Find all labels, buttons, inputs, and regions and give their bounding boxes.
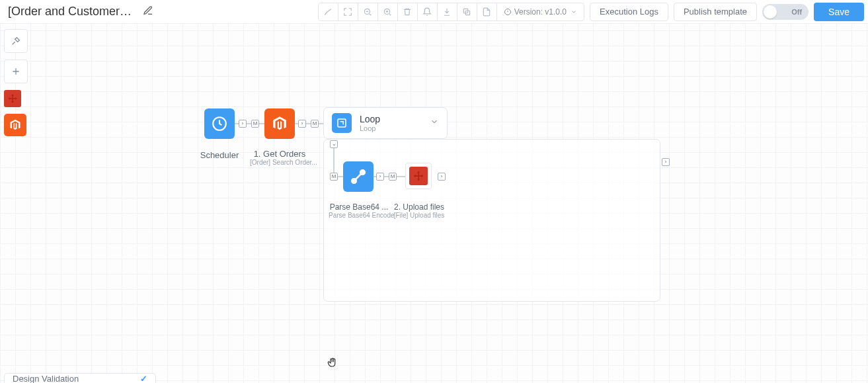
- execution-logs-button[interactable]: Execution Logs: [590, 3, 668, 21]
- node-loop-header[interactable]: Loop Loop: [323, 107, 448, 139]
- upload-icon-wrap: [405, 163, 432, 189]
- loop-body[interactable]: [323, 139, 660, 302]
- transform-icon: [343, 161, 374, 192]
- version-dropdown[interactable]: Version: v1.0.0: [497, 3, 584, 21]
- node-get-orders-sub: [Order] Search Order...: [250, 159, 309, 166]
- loop-title: Loop: [360, 114, 422, 124]
- port-out[interactable]: ›: [438, 173, 446, 181]
- toggle-knob: [764, 5, 777, 19]
- delete-icon[interactable]: [398, 3, 418, 21]
- design-validation-tab[interactable]: Design Validation ✓: [4, 373, 156, 383]
- node-upload-sub: [File] Upload files: [390, 212, 448, 219]
- node-scheduler-label: Scheduler: [191, 150, 248, 160]
- toggle-label: Off: [791, 8, 802, 16]
- svg-rect-6: [338, 119, 346, 127]
- zoom-in-icon[interactable]: [378, 3, 398, 21]
- sidebar: [4, 29, 28, 136]
- connector-palette-red[interactable]: [4, 90, 21, 107]
- save-button[interactable]: Save: [814, 3, 864, 21]
- copy-icon[interactable]: [457, 3, 477, 21]
- port-map[interactable]: M: [311, 120, 319, 128]
- bell-icon[interactable]: [418, 3, 438, 21]
- clock-icon: [204, 108, 235, 139]
- enable-toggle[interactable]: Off: [762, 4, 809, 20]
- port-loop-down[interactable]: ⌄: [330, 140, 338, 148]
- publish-template-button[interactable]: Publish template: [674, 3, 757, 21]
- export-icon[interactable]: [477, 3, 497, 21]
- edit-title-icon[interactable]: [143, 5, 153, 19]
- topbar: [Order and Customer] ... Version: v1.0.0…: [0, 0, 868, 24]
- port-loop-out[interactable]: ›: [662, 158, 670, 166]
- design-validation-label: Design Validation: [13, 374, 79, 384]
- node-get-orders[interactable]: [264, 108, 295, 139]
- hand-cursor-icon: [327, 357, 338, 372]
- magento-icon: [264, 108, 295, 139]
- port-map[interactable]: M: [251, 120, 259, 128]
- loop-sub: Loop: [360, 124, 422, 132]
- download-icon[interactable]: [438, 3, 457, 21]
- add-icon[interactable]: [4, 60, 28, 83]
- loop-icon: [332, 113, 352, 133]
- node-parse-base64[interactable]: [343, 161, 374, 192]
- chevron-down-icon: [571, 9, 577, 15]
- chevron-down-icon[interactable]: [430, 117, 439, 129]
- check-icon: ✓: [140, 374, 147, 384]
- flow-title: [Order and Customer] ...: [3, 5, 135, 19]
- port-out[interactable]: ›: [298, 120, 306, 128]
- node-upload-files[interactable]: [405, 163, 432, 189]
- port-map[interactable]: M: [389, 173, 397, 181]
- node-parse-label: Parse Base64 ...: [329, 202, 389, 212]
- connector-palette-magento[interactable]: [4, 114, 26, 136]
- node-scheduler[interactable]: [204, 108, 235, 139]
- fit-icon[interactable]: [338, 3, 358, 21]
- zoom-out-icon[interactable]: [358, 3, 378, 21]
- tools-icon[interactable]: [4, 29, 28, 53]
- node-get-orders-label: 1. Get Orders: [250, 149, 309, 159]
- canvas[interactable]: Scheduler › M 1. Get Orders [Order] Sear…: [0, 0, 868, 383]
- node-upload-label: 2. Upload files: [390, 202, 448, 212]
- port-map[interactable]: M: [330, 173, 338, 181]
- node-parse-sub: Parse Base64 Encode: [329, 212, 389, 219]
- connector-tool-icon[interactable]: [319, 3, 338, 21]
- toolbar-group: Version: v1.0.0: [318, 3, 584, 21]
- port-out[interactable]: ›: [376, 173, 384, 181]
- version-label: Version: v1.0.0: [514, 7, 567, 17]
- port-out[interactable]: ›: [239, 120, 247, 128]
